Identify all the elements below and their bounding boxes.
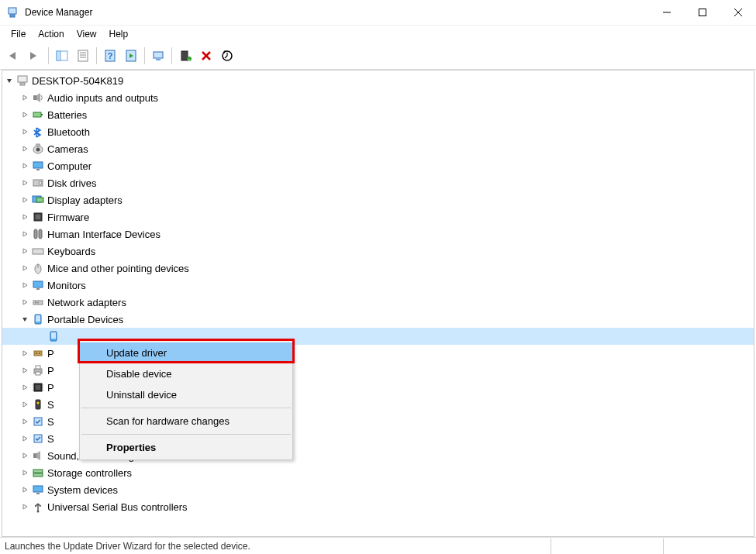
category-portable[interactable]: Portable Devices	[2, 311, 754, 328]
context-item-disable-device[interactable]: Disable device	[80, 363, 292, 384]
menu-file[interactable]: File	[5, 27, 32, 41]
expand-icon[interactable]	[19, 263, 30, 274]
tree-item-label: Keyboards	[47, 246, 95, 257]
expand-icon[interactable]	[19, 280, 30, 291]
svg-point-34	[39, 181, 42, 184]
category-hid[interactable]: Human Interface Devices	[2, 225, 754, 243]
category-disk[interactable]: Disk drives	[2, 174, 754, 191]
scan-hardware-button[interactable]	[149, 46, 167, 65]
svg-rect-24	[20, 83, 25, 85]
expand-icon[interactable]	[19, 467, 30, 478]
category-system[interactable]: System devices	[2, 481, 754, 498]
chip-icon	[32, 211, 44, 223]
mouse-icon	[32, 262, 44, 274]
expand-icon[interactable]	[19, 399, 30, 410]
network-icon	[32, 296, 44, 308]
toolbar-separator	[144, 47, 145, 64]
maximize-button[interactable]	[685, 0, 720, 25]
context-item-scan-for-hardware-changes[interactable]: Scan for hardware changes	[80, 411, 292, 432]
window-controls	[649, 0, 756, 25]
expand-icon[interactable]	[19, 194, 30, 205]
expand-icon[interactable]	[19, 126, 30, 137]
expand-icon[interactable]	[19, 484, 30, 495]
category-battery[interactable]: Batteries	[2, 106, 754, 123]
expand-icon[interactable]	[19, 143, 30, 154]
back-button[interactable]	[5, 46, 23, 65]
svg-text:+: +	[188, 57, 191, 62]
tree-item-label: Disk drives	[47, 177, 97, 189]
help-button[interactable]: ?	[101, 46, 119, 65]
svg-rect-27	[41, 114, 43, 115]
processor-icon	[32, 381, 44, 394]
svg-rect-77	[36, 493, 40, 494]
svg-rect-16	[156, 59, 161, 60]
svg-rect-15	[154, 52, 163, 58]
expand-icon[interactable]	[19, 246, 30, 256]
expand-icon[interactable]	[19, 212, 30, 222]
category-storage[interactable]: Storage controllers	[2, 464, 754, 481]
category-monitor[interactable]: Computer	[2, 157, 754, 174]
disk-icon	[32, 177, 44, 189]
context-item-uninstall-device[interactable]: Uninstall device	[80, 384, 292, 405]
portable-icon	[47, 330, 60, 342]
expand-icon[interactable]	[19, 348, 30, 359]
show-hide-console-tree-button[interactable]	[53, 46, 71, 65]
expand-icon[interactable]	[19, 416, 30, 427]
expand-icon[interactable]	[19, 501, 30, 512]
category-bluetooth[interactable]: Bluetooth	[2, 123, 754, 140]
svg-point-56	[36, 353, 37, 354]
root-node[interactable]: DESKTOP-504K819	[2, 72, 754, 89]
action-button[interactable]	[122, 46, 140, 65]
forward-button[interactable]	[26, 46, 44, 65]
close-button[interactable]	[720, 0, 756, 25]
category-monitor[interactable]: Monitors	[2, 277, 754, 294]
svg-rect-8	[78, 50, 88, 61]
category-speaker[interactable]: Audio inputs and outputs	[2, 89, 754, 106]
expand-icon[interactable]	[19, 382, 30, 393]
expand-icon[interactable]	[19, 365, 30, 376]
hid-icon	[32, 228, 44, 240]
expand-icon[interactable]	[19, 297, 30, 308]
expand-icon[interactable]	[19, 92, 30, 103]
category-usb[interactable]: Universal Serial Bus controllers	[2, 498, 754, 515]
svg-rect-26	[33, 112, 41, 117]
context-item-update-driver[interactable]: Update driver	[80, 342, 292, 363]
context-item-properties[interactable]: Properties	[80, 437, 292, 458]
toolbar-separator	[96, 47, 97, 64]
device-tree[interactable]: DESKTOP-504K819Audio inputs and outputsB…	[2, 71, 754, 536]
category-keyboard[interactable]: Keyboards	[2, 243, 754, 260]
collapse-icon[interactable]	[19, 314, 30, 325]
svg-rect-36	[36, 198, 43, 202]
category-mouse[interactable]: Mice and other pointing devices	[2, 260, 754, 277]
expand-icon[interactable]	[19, 109, 30, 120]
add-legacy-hw-button[interactable]: +	[176, 46, 195, 65]
menu-help[interactable]: Help	[103, 27, 135, 41]
menu-view[interactable]: View	[71, 27, 103, 41]
tree-item-label: Firmware	[47, 212, 89, 223]
expand-icon[interactable]	[19, 450, 30, 461]
tree-item-label: Display adapters	[47, 194, 123, 206]
statusbar-divider	[663, 539, 664, 554]
expand-icon[interactable]	[19, 160, 30, 171]
expand-icon[interactable]	[19, 433, 30, 444]
speaker-icon	[32, 91, 44, 104]
tree-item-label: P	[47, 382, 54, 394]
category-chip[interactable]: Firmware	[2, 208, 754, 225]
software-icon	[32, 415, 44, 428]
update-driver-button[interactable]	[218, 46, 236, 65]
minimize-button[interactable]	[649, 0, 685, 25]
menu-action[interactable]: Action	[32, 27, 70, 41]
collapse-icon[interactable]	[4, 75, 15, 86]
expand-icon[interactable]	[19, 177, 30, 188]
svg-point-78	[37, 511, 40, 513]
uninstall-button[interactable]	[197, 46, 216, 65]
properties-button[interactable]	[74, 46, 92, 65]
category-network[interactable]: Network adapters	[2, 294, 754, 311]
expand-icon[interactable]	[19, 229, 30, 239]
category-camera[interactable]: Cameras	[2, 140, 754, 157]
svg-rect-32	[36, 169, 40, 170]
category-display[interactable]: Display adapters	[2, 191, 754, 208]
printer-icon	[32, 364, 44, 377]
svg-rect-52	[36, 315, 40, 322]
tree-item-label: Computer	[47, 160, 91, 172]
